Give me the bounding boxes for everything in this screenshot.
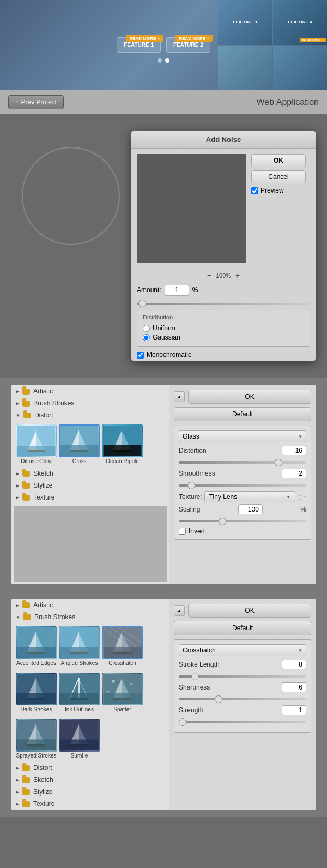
strength-slider[interactable]: [179, 721, 306, 723]
triangle-icon-12: ▶: [16, 802, 19, 807]
thumb-dark-strokes[interactable]: Dark Strokes: [16, 673, 57, 712]
menu-dots[interactable]: ⋮≡: [298, 494, 306, 500]
thumb-accented-edges[interactable]: Accented Edges: [16, 626, 57, 666]
tree-artistic-1[interactable]: ▶ Artistic: [11, 385, 169, 397]
zoom-plus[interactable]: +: [235, 271, 240, 280]
default-button-1[interactable]: Default: [174, 407, 311, 421]
dot-2[interactable]: [165, 58, 169, 63]
thumb-sumi-e[interactable]: Sumi-e: [59, 719, 100, 759]
effect-select-row-2: Crosshatch ▼: [179, 644, 306, 656]
stroke-length-label: Stroke Length: [179, 661, 220, 668]
amount-input[interactable]: [165, 285, 189, 296]
feature-card-2: FEATURE 2 READ MORE »: [166, 37, 210, 53]
tree-texture-2[interactable]: ▶ Texture: [11, 798, 169, 810]
thumb-glass[interactable]: Glass: [59, 424, 100, 464]
uniform-radio[interactable]: [143, 325, 150, 332]
tree-label-stylize-2: Stylize: [33, 788, 52, 796]
svg-rect-42: [60, 693, 99, 704]
tree-distort-2[interactable]: ▶ Distort: [11, 762, 169, 774]
invert-row: Invert: [179, 527, 306, 535]
gaussian-label: Gaussian: [153, 334, 180, 341]
tree-stylize-2[interactable]: ▶ Stylize: [11, 786, 169, 798]
cancel-button[interactable]: Cancel: [251, 170, 306, 183]
thumbnails-row-2c: Sprayed Strokes Sumi-e: [11, 716, 169, 762]
sailboat-svg-4: [17, 627, 56, 658]
tree-brush-2[interactable]: ▼ Brush Strokes: [11, 611, 169, 623]
sharpness-slider[interactable]: [179, 698, 306, 700]
dot-1[interactable]: [158, 58, 162, 63]
invert-checkbox[interactable]: [179, 528, 186, 535]
sharpness-input[interactable]: [282, 682, 306, 692]
zoom-value: 100%: [216, 272, 231, 279]
tree-label-texture-1: Texture: [33, 494, 55, 501]
thumb-ocean-ripple[interactable]: Ocean Ripple: [102, 424, 143, 464]
monochromatic-checkbox[interactable]: [137, 352, 144, 359]
feature-cards: FEATURE 1 READ MORE » FEATURE 2 READ MOR…: [111, 32, 216, 58]
sailboat-svg-1: [17, 426, 56, 456]
stroke-length-row: Stroke Length: [179, 660, 306, 669]
tree-label-distort-1: Distort: [34, 411, 53, 419]
thumb-img-diffuse-glow: [16, 424, 57, 457]
stroke-length-slider[interactable]: [179, 675, 306, 678]
thumb-img-spatter: [102, 673, 143, 705]
thumb-label-ocean: Ocean Ripple: [106, 458, 139, 464]
thumb-label-spatter: Spatter: [113, 706, 131, 712]
ok-button-1[interactable]: OK: [188, 390, 311, 404]
tree-brush-1[interactable]: ▶ Brush Strokes: [11, 397, 169, 409]
default-button-2[interactable]: Default: [174, 621, 311, 635]
folder-icon-5: [22, 483, 30, 489]
stroke-length-input[interactable]: [282, 660, 306, 669]
scaling-unit: %: [300, 506, 306, 513]
ok-button-2[interactable]: OK: [188, 604, 311, 618]
effect-dropdown-1[interactable]: Glass ▼: [179, 430, 306, 442]
strength-label: Strength: [179, 706, 203, 714]
effect-dropdown-2[interactable]: Crosshatch ▼: [179, 644, 306, 656]
sailboat-svg-10: [17, 720, 56, 750]
tree-distort-1[interactable]: ▼ Distort: [11, 409, 169, 421]
thumb-spatter[interactable]: Spatter: [102, 673, 143, 712]
tree-texture-1[interactable]: ▶ Texture: [11, 491, 169, 503]
thumb-angled-strokes[interactable]: Angled Strokes: [59, 626, 100, 666]
ok-row-2: ▲ OK: [174, 604, 311, 618]
thumb-sprayed-strokes[interactable]: Sprayed Strokes: [16, 719, 57, 759]
triangle-icon-9: ▶: [16, 766, 19, 771]
thumb-ink-outlines[interactable]: Ink Outlines: [59, 673, 100, 712]
tree-sketch-2[interactable]: ▶ Sketch: [11, 774, 169, 786]
distortion-slider[interactable]: [179, 461, 306, 464]
up-button-1[interactable]: ▲: [174, 391, 185, 402]
scaling-slider[interactable]: [179, 520, 306, 522]
thumbnails-row-2b: Dark Strokes Ink Outlines: [11, 669, 169, 716]
thumb-img-sumi: [59, 719, 100, 752]
amount-label: Amount:: [137, 286, 161, 294]
folder-icon-8: [23, 614, 31, 620]
smoothness-slider[interactable]: [179, 484, 306, 487]
strength-input[interactable]: [282, 705, 306, 715]
thumb-label-accented: Accented Edges: [16, 660, 56, 666]
thumb-diffuse-glow[interactable]: Diffuse Glow: [16, 424, 57, 464]
texture-dropdown[interactable]: Tiny Lens ▼: [204, 491, 295, 502]
folder-icon-2: [22, 401, 30, 407]
svg-rect-4: [17, 446, 56, 456]
thumb-crosshatch[interactable]: Crosshatch: [102, 626, 143, 666]
sailboat-svg-6: [103, 627, 142, 658]
thumb-label-glass: Glass: [72, 458, 87, 464]
sharpness-label: Sharpness: [179, 684, 210, 691]
sailboat-svg-7: [17, 674, 56, 704]
amount-slider[interactable]: [137, 303, 310, 305]
smoothness-input[interactable]: [282, 469, 306, 478]
tree-stylize-1[interactable]: ▶ Stylize: [11, 479, 169, 491]
tree-artistic-2[interactable]: ▶ Artistic: [11, 599, 169, 611]
ok-button[interactable]: OK: [251, 154, 306, 167]
sailboat-svg-3: [103, 426, 142, 456]
filter-right-1: ▲ OK Default Glass ▼ Distortion: [169, 385, 316, 584]
zoom-minus[interactable]: −: [207, 271, 211, 280]
tree-sketch-1[interactable]: ▶ Sketch: [11, 467, 169, 479]
up-button-2[interactable]: ▲: [174, 605, 185, 616]
distortion-input[interactable]: [282, 446, 306, 455]
folder-icon-1: [22, 389, 30, 395]
prev-button[interactable]: « Prev Project: [8, 95, 64, 109]
preview-checkbox[interactable]: [251, 187, 258, 194]
scaling-input[interactable]: [238, 504, 263, 514]
gaussian-radio[interactable]: [143, 334, 150, 341]
texture-value: Tiny Lens: [209, 493, 238, 501]
